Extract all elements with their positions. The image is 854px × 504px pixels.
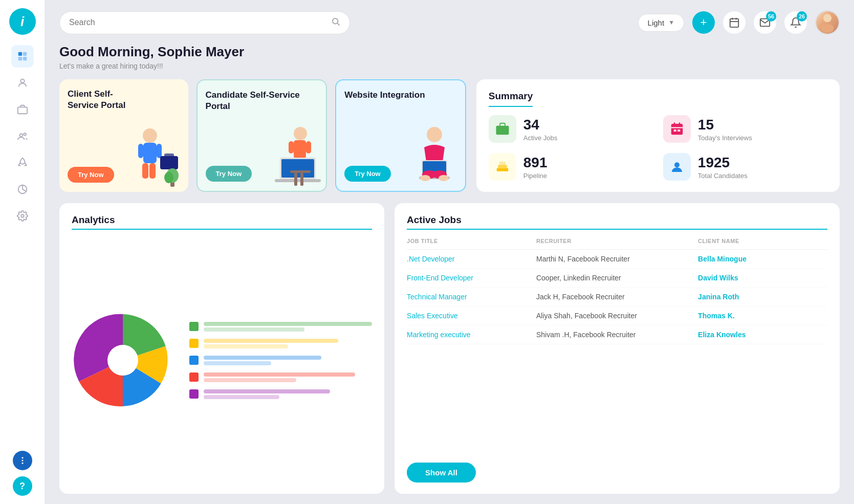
sidebar-item-chart[interactable] — [11, 178, 34, 201]
svg-point-33 — [294, 127, 307, 140]
svg-point-61 — [674, 162, 680, 167]
client-4[interactable]: Eliza Knowles — [698, 331, 827, 339]
job-title-3[interactable]: Sales Executive — [407, 312, 536, 320]
sidebar-item-dashboard[interactable] — [11, 45, 34, 68]
svg-point-32 — [164, 172, 173, 183]
svg-rect-39 — [275, 179, 321, 182]
svg-rect-5 — [17, 107, 27, 114]
svg-rect-1 — [23, 52, 26, 56]
mail-button[interactable]: 56 — [754, 11, 776, 34]
client-0[interactable]: Bella Minogue — [698, 255, 827, 263]
active-jobs-label: Active Jobs — [523, 134, 557, 142]
summary-grid: 34 Active Jobs 15 Today's Interviews — [489, 115, 827, 181]
legend-item-2 — [189, 339, 372, 348]
svg-point-13 — [333, 18, 338, 24]
client-1[interactable]: David Wilks — [698, 274, 827, 282]
legend-color-3 — [189, 356, 199, 365]
table-row: Marketing executive Shivam .H, Facebook … — [407, 325, 827, 344]
card-illustration-candidate — [265, 119, 326, 191]
candidates-label: Total Candidates — [698, 172, 748, 180]
sidebar-bottom: ? — [13, 451, 32, 496]
svg-point-22 — [143, 128, 157, 143]
calendar-button[interactable] — [723, 11, 746, 34]
sidebar-item-settings[interactable] — [11, 205, 34, 227]
col-header-title: Job Title — [407, 238, 536, 244]
portal-card-website: Website Integration Try Now — [335, 79, 466, 192]
svg-rect-24 — [138, 144, 143, 158]
job-title-4[interactable]: Marketing executive — [407, 331, 536, 339]
legend-color-2 — [189, 339, 199, 348]
try-now-client-button[interactable]: Try Now — [68, 167, 114, 183]
svg-rect-38 — [281, 159, 314, 178]
svg-point-21 — [823, 14, 831, 22]
table-row: .Net Developer Marthi N, Facebook Recrui… — [407, 250, 827, 269]
summary-title: Summary — [489, 91, 533, 107]
svg-rect-2 — [18, 57, 21, 60]
portal-cards: Client Self-Service Portal Try Now — [59, 79, 466, 192]
svg-rect-56 — [674, 129, 676, 132]
svg-point-12 — [21, 463, 23, 464]
svg-point-10 — [21, 457, 23, 458]
interviews-label: Today's Interviews — [698, 134, 752, 142]
svg-rect-59 — [498, 165, 507, 168]
greeting-subtitle: Let's make a great hiring today!!! — [59, 62, 840, 70]
svg-point-6 — [19, 134, 23, 137]
svg-rect-28 — [160, 156, 178, 169]
recruiter-2: Jack H, Facebook Recruiter — [536, 293, 698, 301]
svg-point-50 — [439, 175, 449, 181]
legend-color-1 — [189, 322, 199, 331]
sidebar-item-contacts[interactable] — [11, 125, 34, 147]
try-now-website-button[interactable]: Try Now — [344, 166, 391, 182]
svg-point-9 — [21, 214, 24, 217]
legend-color-5 — [189, 389, 199, 399]
svg-rect-41 — [294, 173, 297, 186]
notification-button[interactable]: 26 — [784, 11, 807, 34]
sidebar-item-rocket[interactable] — [11, 151, 34, 174]
job-title-2[interactable]: Technical Manager — [407, 293, 536, 301]
search-bar[interactable] — [59, 11, 350, 34]
job-title-1[interactable]: Front-End Developer — [407, 274, 536, 282]
theme-toggle[interactable]: Light ▼ — [638, 14, 684, 32]
try-now-candidate-button[interactable]: Try Now — [206, 166, 252, 182]
sidebar-item-jobs[interactable] — [11, 98, 34, 121]
analytics-content — [72, 238, 372, 483]
col-header-recruiter: Recruiter — [536, 238, 698, 244]
svg-point-4 — [20, 79, 24, 83]
table-row: Sales Executive Aliya Shah, Facebook Rec… — [407, 306, 827, 325]
sidebar-help-button[interactable]: ? — [13, 476, 32, 496]
avatar[interactable] — [815, 10, 840, 35]
table-row: Technical Manager Jack H, Facebook Recru… — [407, 288, 827, 306]
chevron-down-icon: ▼ — [668, 19, 674, 26]
mail-badge: 56 — [766, 11, 776, 21]
pipeline-number: 891 — [523, 155, 548, 171]
svg-rect-58 — [496, 168, 508, 171]
sidebar-item-people[interactable] — [11, 72, 34, 94]
portal-card-client: Client Self-Service Portal Try Now — [59, 79, 188, 192]
logo-text: i — [20, 14, 24, 30]
show-all-button[interactable]: Show All — [407, 463, 476, 483]
portal-card-candidate: Candidate Self-Service Portal Try Now — [196, 79, 327, 192]
sidebar-more-button[interactable] — [13, 451, 32, 470]
legend-bars-2 — [204, 339, 372, 348]
active-jobs-title: Active Jobs — [407, 214, 827, 230]
interviews-number: 15 — [698, 117, 752, 133]
svg-rect-26 — [142, 163, 148, 179]
app-logo[interactable]: i — [9, 8, 36, 35]
summary-item-candidates: 1925 Total Candidates — [663, 153, 827, 181]
client-2[interactable]: Janina Roth — [698, 293, 827, 301]
add-button[interactable]: + — [692, 11, 715, 34]
recruiter-3: Aliya Shah, Facebook Recruiter — [536, 312, 698, 320]
svg-rect-25 — [157, 144, 162, 158]
svg-rect-42 — [300, 173, 303, 186]
app-container: i ? — [0, 0, 854, 504]
svg-rect-34 — [294, 140, 306, 159]
svg-rect-23 — [143, 143, 157, 163]
legend-bars-3 — [204, 356, 372, 365]
search-input[interactable] — [69, 18, 326, 27]
legend-color-4 — [189, 372, 199, 382]
job-title-0[interactable]: .Net Developer — [407, 255, 536, 263]
client-3[interactable]: Thomas K. — [698, 312, 827, 320]
jobs-table-header: Job Title Recruiter Client Name — [407, 238, 827, 250]
legend-bars-4 — [204, 372, 372, 382]
search-icon — [331, 17, 340, 29]
